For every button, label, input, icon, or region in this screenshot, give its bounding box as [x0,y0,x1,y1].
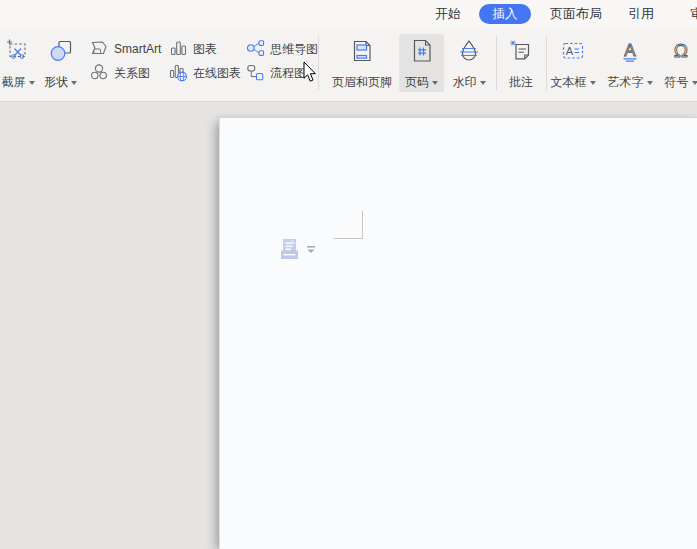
flowchart-icon [245,62,265,85]
chart-label: 图表 [193,41,217,58]
header-footer-icon [349,38,375,68]
dropdown-arrow-icon [647,81,653,85]
smartart-label: SmartArt [114,42,161,56]
dropdown-arrow-icon [71,81,77,85]
mindmap-label: 思维导图 [270,41,318,58]
ribbon-tab-bar: 开始 插入 页面布局 引用 审 [0,0,697,28]
symbol-label: 符号 [665,76,697,89]
comment-label: 批注 [509,76,533,89]
text-box-label: 文本框 [551,76,596,89]
relation-diagram-icon [89,62,109,85]
watermark-label: 水印 [453,76,486,89]
symbol-button[interactable]: Ω 符号 [658,34,697,92]
page-number-icon [409,38,435,68]
tab-home[interactable]: 开始 [433,0,463,28]
text-box-icon: A [560,38,586,68]
svg-text:A: A [566,45,574,57]
svg-text:Ω: Ω [674,40,688,61]
relation-diagram-button[interactable]: 关系图 [89,62,150,84]
screenshot-icon [5,38,31,68]
screenshot-label: 截屏 [2,76,35,89]
chart-icon [168,38,188,61]
dropdown-arrow-icon [692,81,697,85]
smartart-icon [89,38,109,61]
dropdown-arrow-icon [29,81,35,85]
tab-insert[interactable]: 插入 [479,4,531,24]
mindmap-button[interactable]: 思维导图 [245,38,318,60]
paste-document-icon [278,251,318,268]
mouse-cursor-icon [303,62,318,87]
flowchart-label: 流程图 [270,65,306,82]
symbol-icon: Ω [668,38,694,68]
flowchart-button[interactable]: 流程图 [245,62,306,84]
watermark-button[interactable]: 水印 [446,34,492,92]
tab-page-layout[interactable]: 页面布局 [548,0,604,28]
header-footer-button[interactable]: 页眉和页脚 [328,34,396,92]
page-number-button[interactable]: 页码 [399,34,444,92]
wordart-icon: A [617,38,643,68]
document-canvas [0,102,697,549]
dropdown-arrow-icon [590,81,596,85]
margin-corner-mark-horizontal [334,238,363,239]
text-box-button[interactable]: A 文本框 [548,34,598,92]
watermark-icon [456,38,482,68]
shapes-label: 形状 [44,76,77,89]
svg-text:A: A [624,41,636,60]
paste-options-button[interactable] [278,238,318,265]
page-number-label: 页码 [405,76,438,89]
smartart-button[interactable]: SmartArt [89,38,161,60]
comment-icon [508,38,534,68]
header-footer-label: 页眉和页脚 [332,76,392,89]
comment-button[interactable]: 批注 [500,34,542,92]
screenshot-button[interactable]: 截屏 [0,34,36,92]
shapes-icon [48,38,74,68]
shapes-button[interactable]: 形状 [37,34,84,92]
chart-button[interactable]: 图表 [168,38,217,60]
ribbon-group-separator [318,36,319,90]
dropdown-arrow-icon [432,81,438,85]
mindmap-icon [245,38,265,61]
tab-references[interactable]: 引用 [626,0,656,28]
wordart-label: 艺术字 [608,76,653,89]
relation-diagram-label: 关系图 [114,65,150,82]
ribbon-group-separator [546,36,547,90]
online-chart-icon [168,62,188,85]
ribbon-insert-tools: 截屏 形状 SmartArt 关系图 [0,28,697,102]
online-chart-button[interactable]: 在线图表 [168,62,241,84]
ribbon-group-separator [496,36,497,90]
margin-corner-mark-vertical [362,211,363,239]
document-page[interactable] [219,117,697,549]
dropdown-arrow-icon [480,81,486,85]
wordart-button[interactable]: A 艺术字 [604,34,656,92]
online-chart-label: 在线图表 [193,65,241,82]
tab-review-clipped[interactable]: 审 [684,0,697,28]
